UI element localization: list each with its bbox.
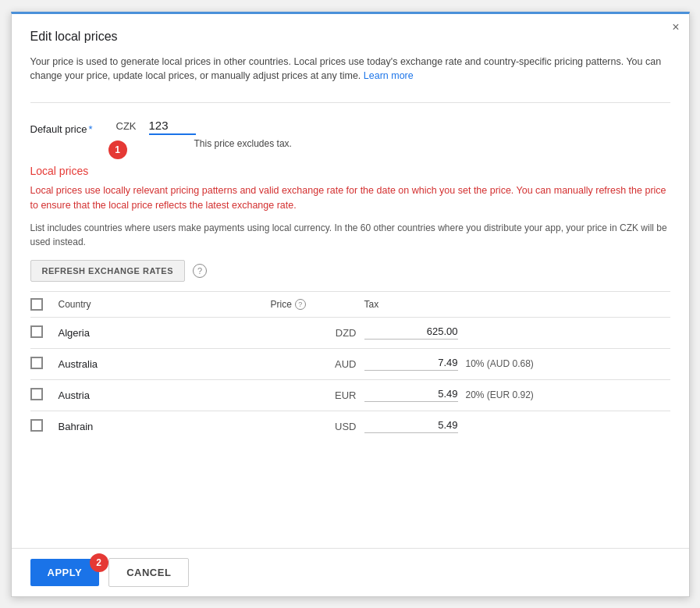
country-table-container: Country Price ? Tax Algeria DZD 625.00 xyxy=(30,291,670,532)
default-price-input[interactable] xyxy=(149,119,196,135)
table-row: Australia AUD 7.49 10% (AUD 0.68) xyxy=(30,349,670,380)
country-name: Austria xyxy=(59,389,271,401)
price-value[interactable]: 625.00 xyxy=(364,325,458,340)
price-help-icon[interactable]: ? xyxy=(295,299,306,310)
local-prices-title: Local prices xyxy=(30,165,670,177)
price-input-row: CZK xyxy=(116,119,292,135)
row-checkbox-bahrain[interactable] xyxy=(30,419,43,432)
currency-code: AUD xyxy=(271,358,364,370)
help-icon[interactable]: ? xyxy=(193,264,207,278)
row-checkbox-australia[interactable] xyxy=(30,357,43,369)
dialog-footer: APPLY CANCEL 2 xyxy=(12,548,689,596)
refresh-row: REFRESH EXCHANGE RATES ? xyxy=(30,260,670,282)
price-value[interactable]: 7.49 xyxy=(364,357,458,371)
section-divider xyxy=(30,102,670,103)
required-star: * xyxy=(88,123,92,135)
table-row: Austria EUR 5.49 20% (EUR 0.92) xyxy=(30,380,670,411)
price-value[interactable]: 5.49 xyxy=(364,419,458,433)
cancel-button[interactable]: CANCEL xyxy=(108,558,189,587)
learn-more-link[interactable]: Learn more xyxy=(364,70,414,81)
price-excludes-tax: This price excludes tax. xyxy=(194,138,292,149)
refresh-exchange-rates-button[interactable]: REFRESH EXCHANGE RATES xyxy=(30,260,185,282)
currency-code: DZD xyxy=(271,327,364,339)
row-checkbox-cell xyxy=(30,388,59,403)
apply-button[interactable]: APPLY xyxy=(30,559,100,586)
header-price: Price ? xyxy=(271,298,364,311)
row-checkbox-algeria[interactable] xyxy=(30,325,43,338)
callout-bubble-2: 2 xyxy=(90,553,108,572)
table-row: Bahrain USD 5.49 xyxy=(30,411,670,442)
country-name: Bahrain xyxy=(59,421,271,432)
default-price-row: Default price* CZK This price excludes t… xyxy=(30,119,670,149)
country-name: Algeria xyxy=(59,327,271,339)
row-checkbox-cell xyxy=(30,357,59,372)
close-button[interactable]: × xyxy=(672,20,679,34)
local-prices-description: Local prices use locally relevant pricin… xyxy=(30,183,670,213)
price-value[interactable]: 5.49 xyxy=(364,388,458,402)
country-name: Australia xyxy=(59,358,271,370)
dialog-title: Edit local prices xyxy=(30,30,670,44)
local-prices-note: List includes countries where users make… xyxy=(30,221,670,249)
table-row: Algeria DZD 625.00 xyxy=(30,318,670,349)
default-price-label: Default price* xyxy=(30,123,116,135)
currency-label: CZK xyxy=(116,120,140,135)
select-all-checkbox[interactable] xyxy=(30,298,43,311)
price-input-group: CZK This price excludes tax. xyxy=(116,119,292,149)
edit-local-prices-dialog: × Edit local prices Your price is used t… xyxy=(11,12,690,597)
header-extra xyxy=(458,298,670,311)
dialog-body: Edit local prices Your price is used to … xyxy=(12,14,689,548)
row-checkbox-cell xyxy=(30,325,59,340)
row-checkbox-cell xyxy=(30,419,59,434)
tax-info: 10% (AUD 0.68) xyxy=(458,358,670,369)
header-country: Country xyxy=(59,298,271,311)
header-tax: Tax xyxy=(364,298,458,311)
header-checkbox-cell xyxy=(30,298,59,311)
currency-code: USD xyxy=(271,421,364,432)
tax-info: 20% (EUR 0.92) xyxy=(458,389,670,400)
row-checkbox-austria[interactable] xyxy=(30,388,43,400)
description-text: Your price is used to generate local pri… xyxy=(30,55,670,84)
table-header: Country Price ? Tax xyxy=(30,292,670,318)
callout-bubble-1: 1 xyxy=(108,140,127,159)
currency-code: EUR xyxy=(271,389,364,401)
